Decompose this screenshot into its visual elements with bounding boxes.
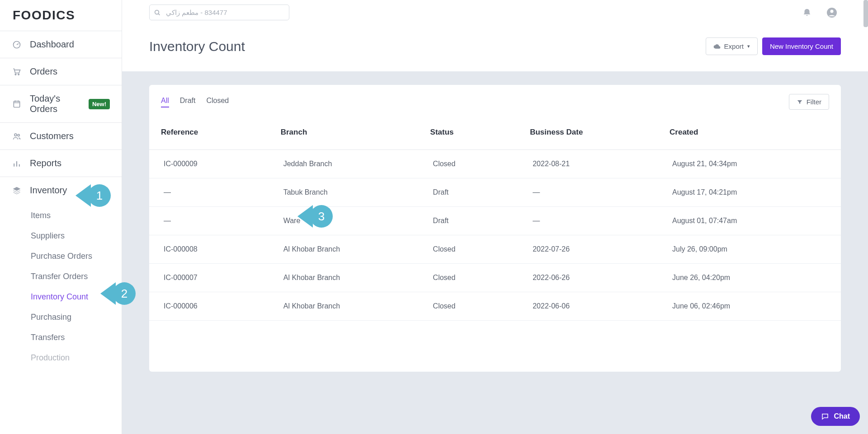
td-status: Draft: [430, 207, 530, 235]
gauge-icon: [12, 40, 22, 49]
new-badge: New!: [89, 99, 110, 109]
th-status: Status: [430, 118, 530, 149]
td-status: Closed: [430, 150, 530, 178]
table-row[interactable]: IC-000009Jeddah BranchClosed2022-08-21Au…: [149, 150, 841, 178]
filter-button[interactable]: Filter: [789, 94, 829, 110]
bell-icon[interactable]: [798, 8, 816, 18]
td-status: Closed: [430, 264, 530, 292]
search-icon: [154, 9, 161, 16]
tab-closed[interactable]: Closed: [206, 97, 229, 107]
sidebar: FOODICS Dashboard Orders Today's Orders …: [0, 0, 122, 434]
td-created: July 26, 09:00pm: [670, 235, 829, 263]
td-branch: Tabuk Branch: [281, 178, 430, 206]
th-created: Created: [670, 118, 829, 149]
td-business_date: 2022-07-26: [530, 235, 670, 263]
svg-point-4: [14, 134, 17, 136]
tabs: All Draft Closed: [161, 97, 789, 107]
nav-label: Customers: [30, 131, 110, 141]
svg-point-5: [18, 134, 19, 136]
table-row[interactable]: —WareDraft—August 01, 07:47am: [149, 207, 841, 235]
nav-label: Reports: [30, 158, 110, 168]
new-inventory-count-button[interactable]: New Inventory Count: [762, 37, 841, 55]
sidebar-item-dashboard[interactable]: Dashboard: [0, 31, 122, 58]
svg-rect-3: [14, 101, 19, 107]
search-input[interactable]: [149, 5, 289, 20]
tab-all[interactable]: All: [161, 97, 169, 107]
td-created: June 06, 02:46pm: [670, 292, 829, 320]
chat-icon: [821, 412, 829, 420]
td-reference: IC-000006: [161, 292, 281, 320]
table-row[interactable]: IC-000008Al Khobar BranchClosed2022-07-2…: [149, 235, 841, 264]
sidebar-sub-inventory-count[interactable]: Inventory Count: [31, 287, 122, 307]
bar-chart-icon: [12, 159, 22, 168]
new-btn-label: New Inventory Count: [770, 42, 833, 50]
table-row[interactable]: —Tabuk BranchDraft—August 17, 04:21pm: [149, 178, 841, 207]
td-reference: IC-000007: [161, 264, 281, 292]
inventory-subnav: Items Suppliers Purchase Orders Transfer…: [0, 204, 122, 373]
nav-label: Inventory: [30, 185, 110, 196]
td-business_date: 2022-08-21: [530, 150, 670, 178]
td-created: August 21, 04:34pm: [670, 150, 829, 178]
td-business_date: 2022-06-26: [530, 264, 670, 292]
td-branch: Jeddah Branch: [281, 150, 430, 178]
users-icon: [12, 132, 22, 141]
sidebar-item-reports[interactable]: Reports: [0, 149, 122, 177]
table-header: Reference Branch Status Business Date Cr…: [149, 118, 841, 150]
logo: FOODICS: [0, 0, 122, 31]
user-avatar-icon[interactable]: [823, 7, 841, 18]
export-label: Export: [724, 42, 744, 50]
export-button[interactable]: Export ▾: [706, 37, 758, 55]
sidebar-sub-suppliers[interactable]: Suppliers: [31, 226, 122, 246]
filter-icon: [797, 99, 803, 105]
th-branch: Branch: [281, 118, 430, 149]
td-branch: Ware: [281, 207, 430, 235]
filter-label: Filter: [807, 98, 821, 106]
page-scrollbar[interactable]: [863, 0, 868, 27]
nav-label: Orders: [30, 66, 110, 77]
page-header: Inventory Count Export ▾ New Inventory C…: [122, 24, 868, 71]
table-row[interactable]: IC-000007Al Khobar BranchClosed2022-06-2…: [149, 264, 841, 292]
sidebar-item-orders[interactable]: Orders: [0, 58, 122, 85]
th-business-date: Business Date: [530, 118, 670, 149]
td-status: Closed: [430, 292, 530, 320]
svg-point-2: [18, 74, 19, 75]
svg-point-6: [155, 10, 159, 14]
nav-label: Dashboard: [30, 39, 110, 50]
td-reference: —: [161, 207, 281, 235]
td-business_date: —: [530, 178, 670, 206]
topbar: [122, 0, 868, 24]
td-reference: IC-000009: [161, 150, 281, 178]
tab-draft[interactable]: Draft: [180, 97, 196, 107]
td-branch: Al Khobar Branch: [281, 264, 430, 292]
td-business_date: —: [530, 207, 670, 235]
sidebar-item-customers[interactable]: Customers: [0, 122, 122, 149]
sidebar-sub-purchase-orders[interactable]: Purchase Orders: [31, 246, 122, 266]
cloud-icon: [713, 43, 721, 50]
chevron-down-icon: ▾: [747, 43, 750, 49]
cart-icon: [12, 67, 22, 76]
layers-icon: [12, 186, 22, 195]
td-branch: Al Khobar Branch: [281, 292, 430, 320]
sidebar-sub-purchasing[interactable]: Purchasing: [31, 307, 122, 327]
td-reference: —: [161, 178, 281, 206]
td-created: August 17, 04:21pm: [670, 178, 829, 206]
table-scroll[interactable]: Reference Branch Status Business Date Cr…: [149, 118, 841, 372]
td-status: Draft: [430, 178, 530, 206]
content-area: All Draft Closed Filter: [122, 71, 868, 434]
sidebar-sub-transfers[interactable]: Transfers: [31, 327, 122, 348]
sidebar-sub-production[interactable]: Production: [31, 348, 122, 368]
sidebar-sub-items[interactable]: Items: [31, 205, 122, 226]
panel: All Draft Closed Filter: [149, 85, 841, 372]
td-created: June 26, 04:20pm: [670, 264, 829, 292]
th-reference: Reference: [161, 118, 281, 149]
svg-point-1: [15, 74, 16, 75]
td-reference: IC-000008: [161, 235, 281, 263]
sidebar-item-inventory[interactable]: Inventory: [0, 177, 122, 204]
td-status: Closed: [430, 235, 530, 263]
chat-widget[interactable]: Chat: [811, 407, 860, 426]
sidebar-item-todays-orders[interactable]: Today's Orders New!: [0, 85, 122, 122]
td-business_date: 2022-06-06: [530, 292, 670, 320]
main: Inventory Count Export ▾ New Inventory C…: [122, 0, 868, 434]
sidebar-sub-transfer-orders[interactable]: Transfer Orders: [31, 266, 122, 287]
table-row[interactable]: IC-000006Al Khobar BranchClosed2022-06-0…: [149, 292, 841, 321]
